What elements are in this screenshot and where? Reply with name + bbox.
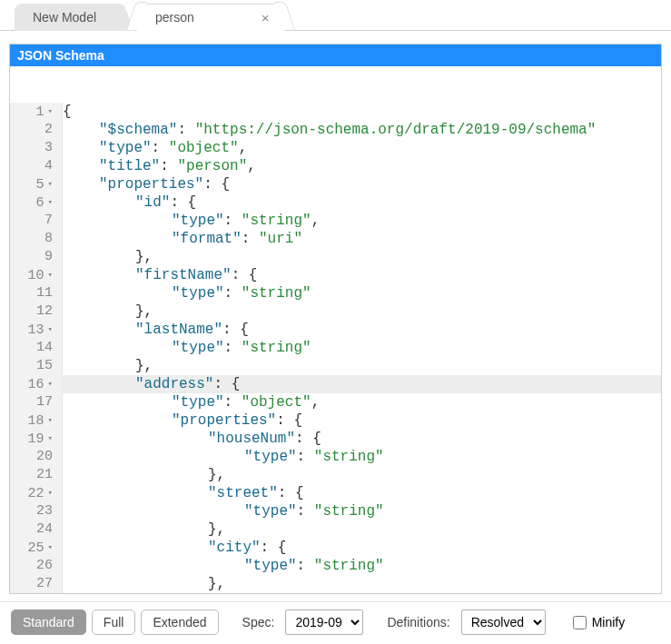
- code-content[interactable]: },: [63, 575, 225, 593]
- minify-checkbox[interactable]: [573, 616, 587, 629]
- fold-toggle-icon[interactable]: ▾: [48, 539, 53, 557]
- code-content[interactable]: "type": "object",: [63, 139, 247, 157]
- editor-line[interactable]: 23"type": "string": [10, 502, 661, 520]
- code-content[interactable]: },: [63, 357, 153, 375]
- code-content[interactable]: "title": "person",: [63, 157, 256, 175]
- line-number: 20: [10, 448, 63, 466]
- standard-button[interactable]: Standard: [11, 609, 86, 635]
- editor-line[interactable]: 12},: [10, 302, 661, 321]
- editor-line[interactable]: 8"format": "uri": [10, 230, 661, 248]
- code-content[interactable]: "firstName": {: [63, 266, 257, 284]
- line-number: 24: [10, 520, 63, 539]
- editor-line[interactable]: 27},: [10, 575, 661, 593]
- editor-line[interactable]: 9},: [10, 248, 661, 266]
- code-content[interactable]: "street": {: [63, 484, 304, 502]
- extended-button[interactable]: Extended: [141, 609, 218, 635]
- editor-line[interactable]: 7"type": "string",: [10, 212, 661, 230]
- editor-line[interactable]: 22▾"street": {: [10, 484, 661, 502]
- line-number: 12: [10, 302, 63, 321]
- fold-toggle-icon[interactable]: ▾: [48, 430, 53, 448]
- editor-line[interactable]: 3"type": "object",: [10, 139, 661, 157]
- minify-label: Minify: [592, 615, 626, 629]
- line-number: 10▾: [10, 266, 63, 284]
- editor-line[interactable]: 1▾{: [10, 103, 661, 121]
- code-content[interactable]: "properties": {: [63, 175, 230, 193]
- code-content[interactable]: "type": "string": [63, 448, 384, 466]
- line-number: 25▾: [10, 539, 63, 557]
- spec-label: Spec:: [242, 615, 275, 629]
- tabs-bar: New Model person ×: [0, 0, 671, 31]
- line-number: 7: [10, 212, 63, 230]
- editor-line[interactable]: 24},: [10, 520, 661, 539]
- editor-line[interactable]: 20"type": "string": [10, 448, 661, 466]
- tab-label: person: [155, 10, 194, 25]
- line-number: 26: [10, 557, 63, 575]
- editor-line[interactable]: 19▾"houseNum": {: [10, 430, 661, 448]
- code-content[interactable]: "properties": {: [63, 411, 302, 430]
- editor-line[interactable]: 18▾"properties": {: [10, 411, 661, 430]
- editor-line[interactable]: 14"type": "string": [10, 339, 661, 357]
- line-number: 8: [10, 230, 63, 248]
- spec-select[interactable]: 2019-09: [285, 609, 363, 635]
- definitions-select[interactable]: Resolved: [461, 609, 546, 635]
- code-content[interactable]: "type": "string": [63, 339, 311, 357]
- line-number: 3: [10, 139, 63, 157]
- fold-toggle-icon[interactable]: ▾: [48, 375, 53, 393]
- view-mode-group: Standard Full Extended: [11, 609, 219, 635]
- line-number: 15: [10, 357, 63, 375]
- editor-line[interactable]: 26"type": "string": [10, 557, 661, 575]
- line-number: 2: [10, 121, 63, 139]
- full-button[interactable]: Full: [92, 609, 136, 635]
- fold-toggle-icon[interactable]: ▾: [48, 411, 53, 430]
- code-content[interactable]: "type": "string": [63, 557, 384, 575]
- editor-line[interactable]: 25▾"city": {: [10, 539, 661, 557]
- editor-line[interactable]: 11"type": "string": [10, 284, 661, 302]
- code-content[interactable]: {: [63, 103, 72, 121]
- fold-toggle-icon[interactable]: ▾: [48, 193, 53, 212]
- line-number: 17: [10, 393, 63, 411]
- fold-toggle-icon[interactable]: ▾: [48, 484, 53, 502]
- editor-line[interactable]: 16▾"address": {: [10, 375, 661, 393]
- editor-line[interactable]: 5▾"properties": {: [10, 175, 661, 193]
- definitions-label: Definitions:: [387, 615, 449, 629]
- fold-toggle-icon[interactable]: ▾: [48, 175, 53, 193]
- code-content[interactable]: "city": {: [63, 539, 286, 557]
- editor-line[interactable]: 17"type": "object",: [10, 393, 661, 411]
- editor-line[interactable]: 4"title": "person",: [10, 157, 661, 175]
- fold-toggle-icon[interactable]: ▾: [48, 321, 53, 339]
- close-icon[interactable]: ×: [258, 10, 273, 25]
- editor-line[interactable]: 13▾"lastName": {: [10, 321, 661, 339]
- code-content[interactable]: "houseNum": {: [63, 430, 321, 448]
- fold-toggle-icon[interactable]: ▾: [48, 266, 53, 284]
- line-number: 14: [10, 339, 63, 357]
- code-content[interactable]: "lastName": {: [63, 321, 249, 339]
- code-content[interactable]: "type": "string": [63, 284, 311, 302]
- code-content[interactable]: "format": "uri": [63, 230, 302, 248]
- editor-line[interactable]: 21},: [10, 466, 661, 484]
- editor-line[interactable]: 2"$schema": "https://json-schema.org/dra…: [10, 121, 661, 139]
- code-content[interactable]: "address": {: [63, 375, 240, 393]
- code-content[interactable]: "type": "string": [63, 502, 384, 520]
- code-content[interactable]: "type": "string",: [63, 212, 320, 230]
- code-content[interactable]: },: [63, 466, 225, 484]
- code-content[interactable]: },: [63, 520, 225, 539]
- line-number: 16▾: [10, 375, 63, 393]
- code-editor[interactable]: 1▾{2"$schema": "https://json-schema.org/…: [10, 66, 661, 593]
- editor-line[interactable]: 6▾"id": {: [10, 193, 661, 212]
- json-schema-panel: JSON Schema 1▾{2"$schema": "https://json…: [9, 44, 662, 594]
- line-number: 9: [10, 248, 63, 266]
- code-content[interactable]: },: [63, 248, 153, 266]
- code-content[interactable]: "$schema": "https://json-schema.org/draf…: [63, 121, 596, 139]
- code-content[interactable]: },: [63, 302, 153, 321]
- line-number: 1▾: [10, 103, 63, 121]
- fold-toggle-icon[interactable]: ▾: [48, 103, 53, 121]
- tab-person[interactable]: person ×: [136, 4, 285, 31]
- editor-line[interactable]: 15},: [10, 357, 661, 375]
- panel-title: JSON Schema: [10, 45, 661, 66]
- code-content[interactable]: "id": {: [63, 193, 196, 212]
- line-number: 21: [10, 466, 63, 484]
- tab-new-model[interactable]: New Model: [15, 4, 125, 31]
- editor-line[interactable]: 10▾"firstName": {: [10, 266, 661, 284]
- code-content[interactable]: "type": "object",: [63, 393, 320, 411]
- minify-group[interactable]: Minify: [573, 615, 626, 629]
